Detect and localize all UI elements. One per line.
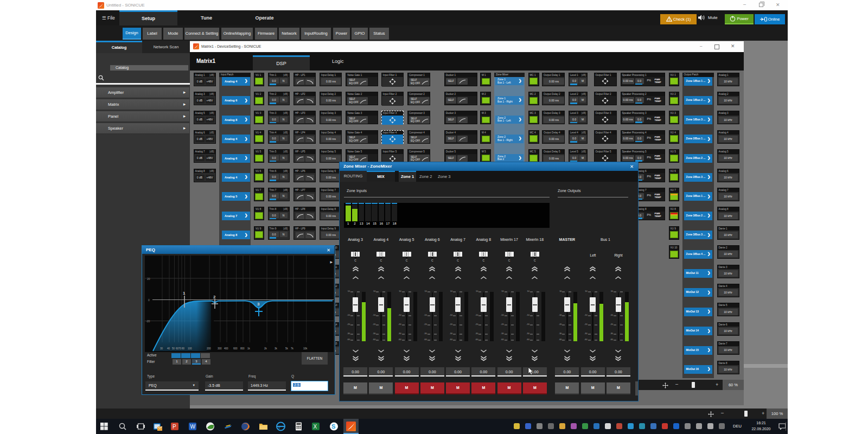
svg-text:e: e [279,424,281,430]
svg-text:2: 2 [213,295,216,299]
svg-text:X: X [314,424,317,430]
svg-text:5k: 5k [285,347,289,350]
svg-text:50: 50 [172,347,175,350]
svg-text:600: 600 [233,347,238,350]
svg-text:80: 80 [182,347,185,350]
svg-text:P: P [173,424,176,430]
svg-text:7k: 7k [291,347,294,350]
svg-text:10k: 10k [303,347,308,350]
svg-text:100: 100 [188,347,192,350]
svg-text:200: 200 [207,347,211,350]
svg-text:70: 70 [178,347,182,350]
svg-text:W: W [190,424,196,430]
svg-text:800: 800 [240,347,245,350]
svg-text:3k: 3k [275,347,278,350]
svg-text:40: 40 [167,347,170,350]
svg-text:2k: 2k [264,347,267,350]
svg-text:400: 400 [224,347,228,350]
svg-text:300: 300 [218,347,222,350]
svg-text:0: 0 [148,298,150,302]
svg-text:1: 1 [183,291,186,296]
svg-text:S: S [331,423,335,430]
svg-text:30: 30 [160,347,163,350]
svg-text:-20: -20 [146,320,150,323]
svg-text:20: 20 [147,277,150,280]
svg-text:3: 3 [257,302,260,307]
svg-text:1k: 1k [247,347,251,350]
